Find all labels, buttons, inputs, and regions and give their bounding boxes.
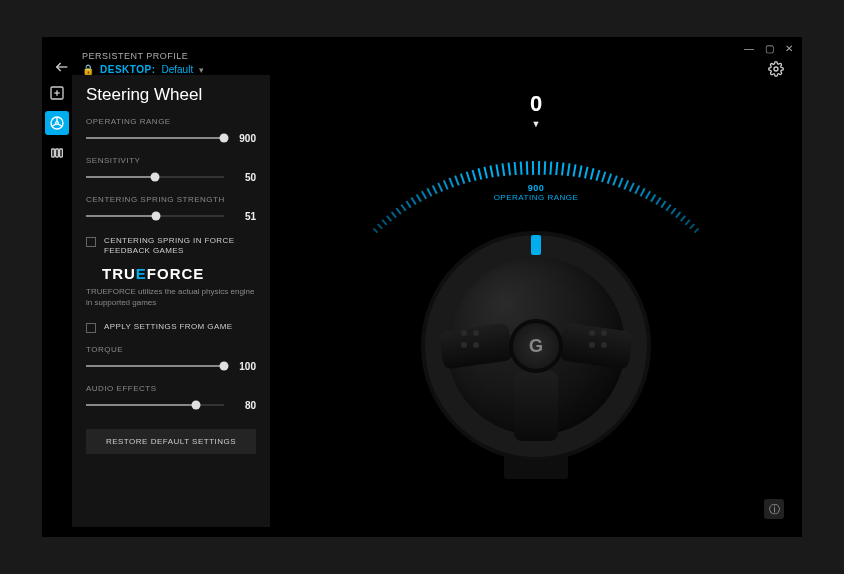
svg-line-31 — [467, 172, 470, 182]
trueforce-description: TRUEFORCE utilizes the actual physics en… — [86, 286, 256, 308]
svg-line-67 — [671, 208, 675, 214]
svg-line-8 — [52, 124, 56, 127]
pedals-icon — [49, 145, 65, 161]
settings-panel: Steering Wheel OPERATING RANGE 900 SENSI… — [72, 75, 270, 527]
svg-line-46 — [556, 162, 557, 175]
back-button[interactable] — [54, 59, 70, 79]
audio-effects-slider[interactable] — [86, 399, 224, 411]
svg-line-52 — [591, 168, 594, 179]
svg-line-19 — [401, 205, 405, 211]
rail-wheel-button[interactable] — [45, 111, 69, 135]
centering-spring-slider[interactable] — [86, 210, 224, 222]
spring-games-label: CENTERING SPRING IN FORCE FEEDBACK GAMES — [104, 236, 256, 257]
svg-line-36 — [496, 164, 498, 176]
apply-settings-checkbox[interactable] — [86, 323, 96, 333]
svg-line-51 — [585, 167, 588, 178]
svg-line-57 — [619, 178, 623, 187]
restore-defaults-button[interactable]: RESTORE DEFAULT SETTINGS — [86, 429, 256, 454]
spring-games-checkbox[interactable] — [86, 237, 96, 247]
range-arc: 900 OPERATING RANGE — [356, 131, 716, 231]
svg-line-71 — [690, 224, 694, 229]
svg-line-20 — [406, 201, 410, 208]
torque-value: 100 — [234, 361, 256, 372]
operating-range-value: 900 — [234, 133, 256, 144]
svg-line-38 — [509, 163, 511, 176]
range-arc-label: 900 OPERATING RANGE — [494, 183, 579, 202]
svg-line-34 — [484, 167, 487, 178]
svg-line-66 — [666, 205, 670, 211]
header: PERSISTENT PROFILE 🔒 DESKTOP: Default ▾ — [42, 37, 802, 75]
svg-line-48 — [568, 163, 570, 175]
torque-slider[interactable] — [86, 360, 224, 372]
wheel-center-indicator — [531, 235, 541, 255]
svg-line-47 — [562, 163, 564, 176]
svg-line-28 — [449, 178, 453, 187]
svg-line-32 — [473, 170, 476, 181]
svg-line-29 — [455, 176, 459, 186]
svg-line-27 — [444, 180, 448, 189]
centering-spring-value: 51 — [234, 211, 256, 222]
svg-line-69 — [681, 216, 685, 221]
svg-line-45 — [550, 162, 551, 175]
panel-title: Steering Wheel — [86, 85, 256, 105]
back-arrow-icon — [54, 59, 70, 75]
rail-add-button[interactable] — [45, 81, 69, 105]
svg-line-23 — [422, 191, 426, 199]
svg-line-33 — [478, 168, 481, 179]
steering-angle-value: 0 — [530, 91, 542, 117]
steering-wheel-icon — [49, 115, 65, 131]
profile-desktop-label: DESKTOP: — [100, 64, 156, 75]
sensitivity-value: 50 — [234, 172, 256, 183]
svg-line-68 — [676, 212, 680, 218]
svg-line-9 — [58, 124, 62, 127]
svg-line-40 — [521, 162, 522, 175]
svg-rect-11 — [56, 149, 59, 157]
svg-line-49 — [573, 164, 575, 176]
centering-spring-label: CENTERING SPRING STRENGTH — [86, 195, 256, 204]
lock-icon: 🔒 — [82, 64, 94, 75]
torque-label: TORQUE — [86, 345, 256, 354]
svg-line-44 — [545, 161, 546, 175]
sensitivity-label: SENSITIVITY — [86, 156, 256, 165]
svg-line-60 — [635, 186, 639, 194]
sensitivity-slider[interactable] — [86, 171, 224, 183]
profile-desktop-value: Default — [162, 64, 194, 75]
operating-range-slider[interactable] — [86, 132, 224, 144]
apply-settings-label: APPLY SETTINGS FROM GAME — [104, 322, 232, 332]
svg-line-59 — [630, 183, 634, 192]
operating-range-label: OPERATING RANGE — [86, 117, 256, 126]
wheel-visualization: 0 ▼ 900 OPERATING RANGE G — [270, 75, 802, 527]
app-window: — ▢ ✕ ⓘ PERSISTENT PROFILE 🔒 DESKTOP: De… — [42, 37, 802, 537]
svg-line-63 — [651, 194, 655, 201]
svg-line-15 — [382, 220, 386, 225]
svg-line-58 — [624, 180, 628, 189]
svg-line-55 — [608, 174, 611, 184]
audio-effects-label: AUDIO EFFECTS — [86, 384, 256, 393]
svg-line-17 — [392, 212, 396, 218]
svg-line-65 — [661, 201, 665, 208]
rail-pedals-button[interactable] — [45, 141, 69, 165]
svg-line-24 — [427, 188, 431, 196]
svg-rect-12 — [60, 149, 63, 157]
svg-line-62 — [646, 191, 650, 199]
steering-wheel-graphic: G — [421, 231, 651, 461]
svg-line-25 — [433, 186, 437, 194]
svg-line-61 — [641, 188, 645, 196]
profile-selector[interactable]: 🔒 DESKTOP: Default ▾ — [82, 64, 802, 75]
svg-line-30 — [461, 174, 464, 184]
svg-line-18 — [396, 208, 400, 214]
svg-line-39 — [515, 162, 516, 175]
svg-line-70 — [685, 220, 689, 225]
svg-line-64 — [656, 198, 660, 205]
angle-marker-icon: ▼ — [532, 119, 541, 129]
svg-line-50 — [579, 166, 581, 178]
svg-line-26 — [438, 183, 442, 192]
trueforce-brand: TRUEFORCE — [102, 265, 256, 282]
chevron-down-icon: ▾ — [199, 65, 204, 75]
svg-line-72 — [694, 228, 698, 232]
svg-line-13 — [373, 228, 377, 232]
svg-line-37 — [502, 163, 504, 175]
svg-line-41 — [527, 161, 528, 175]
svg-line-21 — [411, 198, 415, 205]
svg-line-54 — [602, 172, 605, 182]
